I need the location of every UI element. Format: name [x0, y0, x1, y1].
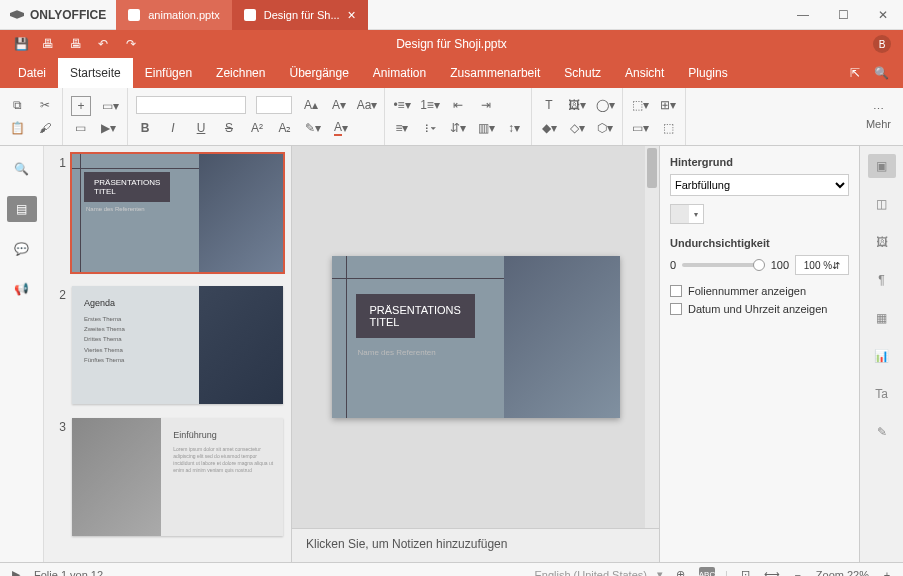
bullets-icon[interactable]: •≡▾	[393, 96, 411, 114]
slide-canvas[interactable]: PRÄSENTATIONS TITEL Name des Referenten	[332, 256, 620, 418]
slides-view-icon[interactable]: ▤	[7, 196, 37, 222]
fit-width-icon[interactable]: ⟷	[764, 567, 780, 577]
vertical-scrollbar[interactable]	[645, 146, 659, 528]
decrease-indent-icon[interactable]: ⇤	[449, 96, 467, 114]
notes-area[interactable]: Klicken Sie, um Notizen hinzuzufügen	[292, 528, 659, 562]
spellcheck-lang-icon[interactable]: ⊕	[673, 567, 689, 577]
language-dropdown-icon[interactable]: ▾	[657, 568, 663, 576]
slide-thumb-3[interactable]: 3 Einführung Lorem ipsum dolor sit amet …	[52, 418, 283, 536]
align-horizontal-icon[interactable]: ≡▾	[393, 119, 411, 137]
strike-icon[interactable]: S	[220, 119, 238, 137]
line-spacing-icon[interactable]: ⇵▾	[449, 119, 467, 137]
opacity-slider[interactable]	[682, 263, 765, 267]
menu-startseite[interactable]: Startseite	[58, 58, 133, 88]
slide-panel[interactable]: 1 PRÄSENTATIONS TITEL Name des Referente…	[44, 146, 292, 562]
close-button[interactable]: ✕	[863, 0, 903, 30]
text-direction-icon[interactable]: ↕▾	[505, 119, 523, 137]
layout-dropdown[interactable]: ▭▾	[101, 97, 119, 115]
image-settings-icon[interactable]: 🖼	[868, 230, 896, 254]
italic-icon[interactable]: I	[164, 119, 182, 137]
reset-slide-icon[interactable]: ▭	[71, 119, 89, 137]
open-location-icon[interactable]: ⇱	[850, 66, 860, 80]
superscript-icon[interactable]: A²	[248, 119, 266, 137]
slide-thumb-1[interactable]: 1 PRÄSENTATIONS TITEL Name des Referente…	[52, 154, 283, 272]
menu-schutz[interactable]: Schutz	[552, 58, 613, 88]
arrange-icon[interactable]: ⬚▾	[631, 96, 649, 114]
comments-icon[interactable]: 💬	[7, 236, 37, 262]
columns-icon[interactable]: ▥▾	[477, 119, 495, 137]
canvas-wrap[interactable]: PRÄSENTATIONS TITEL Name des Referenten	[292, 146, 659, 528]
zoom-out-icon[interactable]: −	[790, 567, 806, 577]
textbox-icon[interactable]: T	[540, 96, 558, 114]
shape-icon[interactable]: ◯▾	[596, 96, 614, 114]
numbering-icon[interactable]: 1≡▾	[421, 96, 439, 114]
zoom-in-icon[interactable]: +	[879, 567, 895, 577]
change-case-icon[interactable]: Aa▾	[358, 96, 376, 114]
doc-tab-inactive[interactable]: animation.pptx	[116, 0, 232, 30]
font-family-select[interactable]	[136, 96, 246, 114]
close-tab-icon[interactable]: ×	[348, 7, 356, 23]
align-objects-icon[interactable]: ⊞▾	[659, 96, 677, 114]
bold-icon[interactable]: B	[136, 119, 154, 137]
font-color-icon[interactable]: A▾	[332, 119, 350, 137]
slide-settings-icon[interactable]: ▣	[868, 154, 896, 178]
spellcheck-icon[interactable]: ABC	[699, 567, 715, 577]
paragraph-settings-icon[interactable]: ¶	[868, 268, 896, 292]
print-icon[interactable]: 🖶	[42, 37, 56, 51]
menu-zusammenarbeit[interactable]: Zusammenarbeit	[438, 58, 552, 88]
font-size-select[interactable]	[256, 96, 292, 114]
language-label[interactable]: English (United States)	[534, 569, 647, 577]
increase-font-icon[interactable]: A▴	[302, 96, 320, 114]
slideshow-dropdown[interactable]: ▶▾	[99, 119, 117, 137]
fill-type-select[interactable]: Farbfüllung	[670, 174, 849, 196]
textart-settings-icon[interactable]: Ta	[868, 382, 896, 406]
format-painter-icon[interactable]: 🖌	[36, 119, 54, 137]
shape-settings-icon[interactable]: ◫	[868, 192, 896, 216]
save-icon[interactable]: 💾	[14, 37, 28, 51]
toolbar-more[interactable]: ⋯ Mehr	[854, 88, 903, 145]
slideshow-icon[interactable]: ▶	[8, 567, 24, 577]
feedback-icon[interactable]: 📢	[7, 276, 37, 302]
show-datetime-checkbox[interactable]: Datum und Uhrzeit anzeigen	[670, 303, 849, 315]
search-icon[interactable]: 🔍	[874, 66, 889, 80]
maximize-button[interactable]: ☐	[823, 0, 863, 30]
decrease-font-icon[interactable]: A▾	[330, 96, 348, 114]
zoom-label[interactable]: Zoom 22%	[816, 569, 869, 577]
user-badge[interactable]: B	[873, 35, 891, 53]
doc-tab-active[interactable]: Design für Sh... ×	[232, 0, 368, 30]
highlight-icon[interactable]: ✎▾	[304, 119, 322, 137]
chart-settings-icon[interactable]: 📊	[868, 344, 896, 368]
menu-uebergaenge[interactable]: Übergänge	[277, 58, 360, 88]
underline-icon[interactable]: U	[192, 119, 210, 137]
minimize-button[interactable]: —	[783, 0, 823, 30]
table-settings-icon[interactable]: ▦	[868, 306, 896, 330]
increase-indent-icon[interactable]: ⇥	[477, 96, 495, 114]
shape-settings-icon[interactable]: ⬡▾	[596, 119, 614, 137]
menu-animation[interactable]: Animation	[361, 58, 438, 88]
align-vertical-icon[interactable]: ⫶▾	[421, 119, 439, 137]
menu-einfuegen[interactable]: Einfügen	[133, 58, 204, 88]
menu-ansicht[interactable]: Ansicht	[613, 58, 676, 88]
find-icon[interactable]: 🔍	[7, 156, 37, 182]
canvas-subtitle[interactable]: Name des Referenten	[358, 348, 436, 357]
slide-thumb-2[interactable]: 2 Agenda Erstes Thema Zweites Thema Drit…	[52, 286, 283, 404]
subscript-icon[interactable]: A₂	[276, 119, 294, 137]
cut-icon[interactable]: ✂	[36, 96, 54, 114]
redo-icon[interactable]: ↷	[126, 37, 140, 51]
quickprint-icon[interactable]: 🖶	[70, 37, 84, 51]
signature-settings-icon[interactable]: ✎	[868, 420, 896, 444]
shape-fill-icon[interactable]: ◆▾	[540, 119, 558, 137]
opacity-spinner[interactable]: 100 % ⇵	[795, 255, 849, 275]
undo-icon[interactable]: ↶	[98, 37, 112, 51]
fit-slide-icon[interactable]: ⊡	[738, 567, 754, 577]
menu-zeichnen[interactable]: Zeichnen	[204, 58, 277, 88]
canvas-title[interactable]: PRÄSENTATIONS TITEL	[356, 294, 475, 338]
add-slide-button[interactable]: +	[71, 96, 91, 116]
menu-plugins[interactable]: Plugins	[676, 58, 739, 88]
image-icon[interactable]: 🖼▾	[568, 96, 586, 114]
copy-icon[interactable]: ⧉	[8, 96, 26, 114]
slide-size-icon[interactable]: ▭▾	[631, 119, 649, 137]
paste-icon[interactable]: 📋	[8, 119, 26, 137]
shape-outline-icon[interactable]: ◇▾	[568, 119, 586, 137]
show-slidenum-checkbox[interactable]: Foliennummer anzeigen	[670, 285, 849, 297]
